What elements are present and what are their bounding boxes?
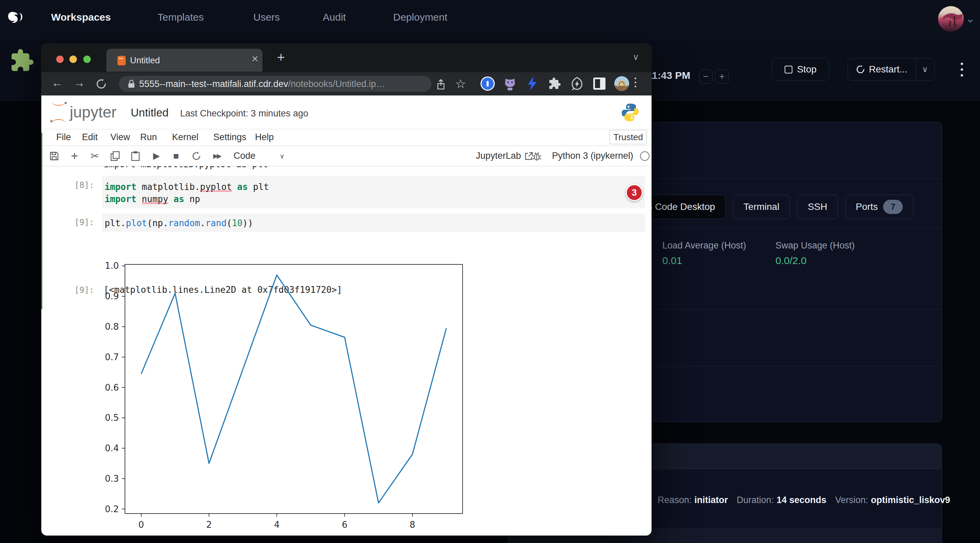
back-icon[interactable]: ← xyxy=(51,76,63,89)
svg-text:0.8: 0.8 xyxy=(105,322,119,332)
tab-close-icon[interactable]: ✕ xyxy=(251,54,259,64)
tab-search-chevron-icon[interactable]: ∨ xyxy=(633,52,639,62)
add-cell-button[interactable]: + xyxy=(67,146,82,166)
svg-text:0.2: 0.2 xyxy=(105,504,119,514)
svg-text:1.0: 1.0 xyxy=(105,261,119,271)
reload-icon[interactable] xyxy=(95,78,107,90)
browser-profile-avatar[interactable] xyxy=(614,76,629,91)
app-button-ssh[interactable]: SSH xyxy=(797,195,838,219)
top-nav: WorkspacesTemplatesUsersAuditDeployment … xyxy=(0,0,980,41)
code-line: plt.plot(np.random.rand(10)) xyxy=(105,217,645,229)
app-button-label: Ports xyxy=(856,202,878,212)
svg-text:0: 0 xyxy=(138,520,144,530)
jupyter-menubar: FileEditViewRunKernelSettingsHelp Truste… xyxy=(41,129,652,146)
browser-menu-kebab[interactable] xyxy=(635,78,636,87)
menu-kernel[interactable]: Kernel xyxy=(172,132,199,143)
clipped-previous-cell: import matplotlib.pyplot as plt xyxy=(103,166,268,169)
energy-saver-leaf-icon[interactable] xyxy=(570,76,584,91)
side-panel-extension-icon[interactable] xyxy=(592,76,607,91)
run-cell-button[interactable]: ▶ xyxy=(149,146,164,166)
menu-settings[interactable]: Settings xyxy=(213,132,247,143)
url-path: /notebooks/Untitled.ip… xyxy=(288,79,385,89)
jupyter-logo-icon xyxy=(49,100,68,125)
build-info-version-: Version:optimistic_liskov9 xyxy=(835,495,950,505)
notebook-area: import matplotlib.pyplot as plt [8]: imp… xyxy=(41,166,652,535)
nav-item-users[interactable]: Users xyxy=(253,11,280,23)
octocat-extension-icon[interactable] xyxy=(503,76,517,91)
restart-button[interactable]: Restart... ∨ xyxy=(848,58,935,81)
code-cell[interactable]: import matplotlib.pyplot as pltimport nu… xyxy=(102,176,645,208)
window-close-button[interactable] xyxy=(56,56,64,63)
stat-swap-usage-host-: Swap Usage (Host)0.0/2.0 xyxy=(775,240,855,267)
stat-value: 0.0/2.0 xyxy=(775,255,855,267)
screen: WorkspacesTemplatesUsersAuditDeployment … xyxy=(0,0,980,543)
python-logo-icon xyxy=(621,103,639,122)
restart-kernel-button[interactable] xyxy=(189,146,204,166)
window-maximize-button[interactable] xyxy=(83,56,91,63)
coder-logo-icon[interactable] xyxy=(7,10,24,26)
nav-item-workspaces[interactable]: Workspaces xyxy=(51,11,111,23)
menu-run[interactable]: Run xyxy=(140,132,157,143)
stat-value: 0.01 xyxy=(662,255,746,267)
code-cell[interactable]: plt.plot(np.random.rand(10)) xyxy=(102,213,645,232)
jupyterlab-label: JupyterLab xyxy=(476,151,521,161)
url-bar[interactable]: 5555--main--test--matifali.atif.cdr.dev/… xyxy=(119,76,431,92)
kernel-name[interactable]: Python 3 (ipykernel) xyxy=(552,146,633,166)
save-button[interactable] xyxy=(47,146,62,166)
onepassword-extension-icon[interactable] xyxy=(480,76,495,91)
interrupt-kernel-button[interactable]: ■ xyxy=(169,146,183,166)
stat-label: Swap Usage (Host) xyxy=(775,240,855,251)
bookmark-star-icon[interactable]: ☆ xyxy=(455,77,466,91)
nav-item-deployment[interactable]: Deployment xyxy=(393,11,447,23)
menu-view[interactable]: View xyxy=(110,132,130,143)
nav-item-audit[interactable]: Audit xyxy=(323,11,346,23)
svg-text:0.7: 0.7 xyxy=(105,352,119,362)
zoom-out-button[interactable]: − xyxy=(699,70,713,84)
avatar[interactable] xyxy=(938,6,964,32)
menu-file[interactable]: File xyxy=(56,132,71,143)
kernel-status-indicator xyxy=(640,146,649,166)
bolt-extension-icon[interactable] xyxy=(525,76,540,91)
cell-prompt: [8]: xyxy=(75,181,94,190)
stop-button[interactable]: Stop xyxy=(772,58,829,81)
trusted-button[interactable]: Trusted xyxy=(609,130,647,144)
chevron-down-icon: ∨ xyxy=(922,65,928,74)
new-tab-button[interactable]: + xyxy=(277,50,285,65)
kernel-idle-circle-icon xyxy=(640,151,649,161)
copy-cell-button[interactable] xyxy=(108,146,123,166)
svg-text:8: 8 xyxy=(410,520,415,530)
build-info: Reason:initiatorDuration:14 secondsVersi… xyxy=(658,495,950,505)
jupyterlab-link[interactable]: JupyterLab xyxy=(476,146,533,166)
menu-edit[interactable]: Edit xyxy=(82,132,98,143)
cell-type-chevron-icon[interactable]: ∨ xyxy=(277,146,287,166)
forward-icon[interactable]: → xyxy=(73,76,85,89)
window-minimize-button[interactable] xyxy=(69,56,77,63)
browser-tab[interactable]: Untitled ✕ xyxy=(106,49,262,72)
jupyter-toolbar: + ✂ ▶ ■ ▶▶ Code ∨ JupyterLab xyxy=(41,146,652,166)
debugger-button[interactable] xyxy=(531,146,542,166)
restart-icon xyxy=(856,65,865,74)
workspace-more-menu[interactable] xyxy=(958,58,965,81)
jupyter-wordmark: jupyter xyxy=(70,103,116,121)
paste-cell-button[interactable] xyxy=(128,146,143,166)
cut-cell-button[interactable]: ✂ xyxy=(88,146,102,166)
extensions-puzzle-icon[interactable] xyxy=(547,76,562,91)
browser-tabstrip: Untitled ✕ + ∨ xyxy=(41,44,652,72)
app-button-ports[interactable]: Ports7 xyxy=(845,195,913,219)
checkpoint-status: Last Checkpoint: 3 minutes ago xyxy=(180,108,308,119)
extensions-row xyxy=(480,76,629,91)
restart-options-chevron[interactable]: ∨ xyxy=(916,59,934,80)
user-menu-chevron-icon[interactable]: ⌄ xyxy=(966,12,975,25)
app-button-terminal[interactable]: Terminal xyxy=(733,195,790,219)
menu-help[interactable]: Help xyxy=(255,132,274,143)
notebook-title[interactable]: Untitled xyxy=(131,106,169,119)
nav-item-templates[interactable]: Templates xyxy=(158,11,204,23)
zoom-in-button[interactable]: + xyxy=(715,70,729,84)
cell-type-dropdown[interactable]: Code xyxy=(231,146,258,166)
svg-text:0.9: 0.9 xyxy=(105,291,119,301)
url-text: 5555--main--test--matifali.atif.cdr.dev/… xyxy=(139,79,385,89)
url-host: 5555--main--test--matifali.atif.cdr.dev xyxy=(139,79,288,89)
notification-badge[interactable]: 3 xyxy=(626,184,643,201)
share-icon[interactable] xyxy=(436,79,445,90)
run-all-button[interactable]: ▶▶ xyxy=(208,146,225,166)
